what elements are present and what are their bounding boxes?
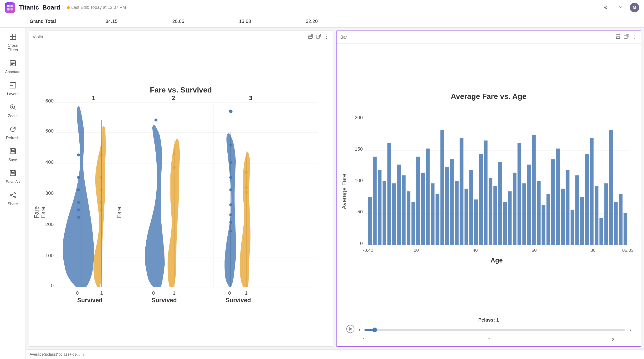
svg-rect-4	[10, 34, 13, 36]
slider-track[interactable]	[364, 329, 626, 331]
svg-point-60	[77, 216, 80, 219]
slider-thumb[interactable]	[372, 328, 377, 332]
pclass-label: Pclass: 1	[478, 317, 499, 323]
svg-rect-133	[455, 181, 458, 245]
svg-rect-137	[474, 200, 478, 245]
svg-rect-156	[566, 170, 570, 245]
svg-text:Age: Age	[490, 257, 503, 264]
grand-total-bar: Grand Total 84.15 20.66 13.68 32.20	[0, 15, 644, 28]
svg-point-55	[77, 154, 80, 156]
svg-rect-163	[600, 218, 603, 245]
cross-filters-label: CrossFilters	[8, 43, 18, 52]
prev-button[interactable]: ‹	[358, 326, 360, 334]
grand-total-v3: 13.68	[212, 18, 278, 24]
svg-point-67	[100, 208, 103, 212]
svg-point-59	[77, 208, 80, 212]
svg-rect-160	[585, 154, 589, 245]
svg-text:500: 500	[45, 128, 54, 134]
svg-text:400: 400	[45, 159, 54, 165]
svg-line-102	[626, 34, 628, 37]
svg-point-83	[229, 144, 232, 146]
svg-text:40: 40	[473, 248, 478, 253]
svg-point-86	[229, 188, 232, 192]
board-title: Titanic_Board	[19, 4, 60, 11]
svg-text:86.03: 86.03	[622, 248, 634, 253]
svg-point-56	[77, 176, 80, 179]
svg-rect-138	[479, 154, 483, 245]
svg-text:200: 200	[355, 115, 363, 120]
svg-point-87	[229, 203, 232, 206]
violin-save-icon[interactable]	[308, 34, 313, 40]
svg-point-58	[77, 201, 80, 204]
svg-rect-0	[7, 5, 10, 7]
svg-point-73	[154, 118, 158, 122]
svg-marker-178	[350, 327, 352, 331]
avatar[interactable]: M	[630, 3, 639, 12]
sidebar-item-layout[interactable]: Layout	[0, 79, 26, 100]
bottom-tab-label[interactable]: Average(pclass)*pclass+ide...	[30, 352, 80, 356]
bar-chart-header: Bar ⋮	[336, 31, 641, 44]
svg-text:100: 100	[45, 253, 54, 258]
sidebar-item-save[interactable]: Save	[0, 144, 26, 166]
svg-text:50: 50	[357, 209, 363, 214]
topbar: Titanic_Board Last Edit: Today at 12:07 …	[0, 0, 644, 15]
refresh-label: Refresh	[6, 136, 19, 140]
slider-area: Pclass: 1 ‹ ›	[336, 316, 641, 346]
save-as-icon	[10, 170, 16, 178]
zoom-label: Zoom	[8, 114, 18, 118]
svg-rect-149	[532, 135, 536, 245]
svg-rect-118	[382, 181, 386, 245]
bottom-tab-menu[interactable]: ⋮	[82, 352, 86, 356]
violin-chart-panel: Violin ⋮ Fare vs. Survived	[28, 30, 333, 346]
help-icon[interactable]: ?	[616, 3, 625, 12]
violin-menu-icon[interactable]: ⋮	[324, 34, 329, 40]
bar-save-icon[interactable]	[616, 34, 621, 40]
svg-rect-129	[436, 194, 440, 245]
bar-type-label: Bar	[340, 35, 347, 40]
svg-text:600: 600	[45, 98, 54, 104]
bar-external-icon[interactable]	[624, 34, 629, 40]
settings-icon[interactable]: ⚙	[601, 3, 611, 12]
sidebar-item-refresh[interactable]: Refresh	[0, 122, 26, 144]
svg-text:Average Fare: Average Fare	[341, 174, 347, 209]
violin-external-icon[interactable]	[316, 34, 321, 40]
topbar-right: ⚙ ? M	[601, 3, 639, 12]
svg-rect-116	[373, 156, 377, 245]
svg-rect-162	[595, 186, 598, 245]
svg-rect-24	[11, 173, 15, 176]
bar-menu-icon[interactable]: ⋮	[632, 34, 637, 40]
svg-rect-125	[416, 156, 420, 245]
svg-rect-141	[493, 186, 497, 245]
sidebar-item-save-as[interactable]: Save As	[0, 166, 26, 187]
svg-rect-99	[617, 34, 619, 36]
sidebar-item-cross-filters[interactable]: CrossFilters	[0, 30, 26, 56]
svg-text:2: 2	[172, 95, 175, 101]
main: CrossFilters Annotate Layou	[0, 28, 644, 359]
svg-rect-165	[609, 130, 613, 245]
svg-rect-151	[542, 205, 545, 245]
svg-text:1: 1	[245, 290, 248, 296]
svg-rect-124	[412, 202, 415, 245]
violin-chart-header: Violin ⋮	[29, 31, 333, 44]
svg-rect-115	[368, 197, 372, 245]
app-logo	[5, 2, 15, 13]
slider-tick-3: 3	[612, 337, 614, 342]
violin-title: Fare vs. Survived	[150, 86, 212, 94]
play-button[interactable]	[346, 325, 355, 335]
svg-point-89	[229, 221, 232, 224]
svg-text:0: 0	[76, 290, 79, 296]
svg-point-64	[100, 176, 103, 179]
grand-total-v1: 84.15	[78, 18, 145, 24]
zoom-icon	[10, 104, 16, 112]
sidebar-item-annotate[interactable]: Annotate	[0, 56, 26, 78]
next-button[interactable]: ›	[629, 326, 631, 334]
svg-rect-140	[488, 178, 492, 245]
svg-rect-20	[12, 148, 14, 151]
sidebar-item-zoom[interactable]: Zoom	[0, 100, 26, 122]
svg-text:0: 0	[51, 283, 54, 288]
svg-rect-123	[406, 192, 410, 245]
sidebar-item-share[interactable]: Share	[0, 188, 26, 210]
svg-point-84	[229, 161, 232, 164]
svg-point-93	[245, 171, 248, 174]
violin-type-label: Violin	[33, 34, 43, 40]
